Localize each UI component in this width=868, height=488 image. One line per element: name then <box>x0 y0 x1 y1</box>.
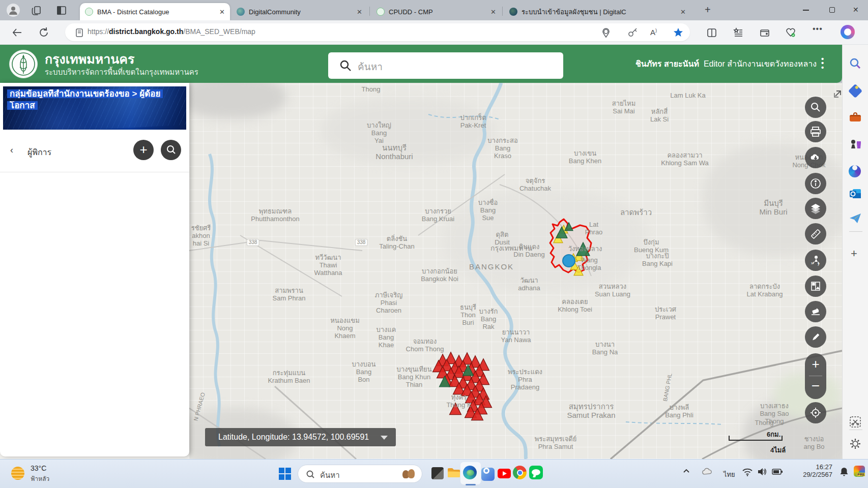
tab-close-icon[interactable]: ✕ <box>490 8 496 16</box>
tab-close-icon[interactable]: ✕ <box>219 8 225 16</box>
vertical-tabs-icon[interactable] <box>56 5 67 16</box>
back-button[interactable] <box>11 26 23 39</box>
sidebar-settings-icon[interactable] <box>849 437 862 450</box>
read-aloud-icon[interactable]: A) <box>650 28 657 37</box>
map-label: บางกรวยBang Kruai <box>422 208 454 223</box>
zoom-in-button[interactable]: + <box>805 356 826 372</box>
zoom-out-button[interactable]: − <box>805 378 826 394</box>
coordinates-tool-button[interactable]: xy <box>805 250 826 271</box>
sidebar-add-icon[interactable]: + <box>851 247 857 260</box>
tab-digital-community-import[interactable]: ระบบนำเข้าข้อมูลผังชุมชน | DigitalC ✕ <box>504 3 691 20</box>
tab-close-icon[interactable]: ✕ <box>680 8 686 16</box>
sidebar-snip-icon[interactable] <box>849 415 862 429</box>
collections-icon[interactable] <box>733 27 744 38</box>
tab-favicon <box>85 8 93 16</box>
weather-icon[interactable] <box>11 467 26 482</box>
refresh-button[interactable] <box>38 26 50 39</box>
tray-volume-icon[interactable] <box>757 466 768 477</box>
site-info-icon[interactable] <box>74 27 84 38</box>
back-chevron[interactable]: ‹ <box>10 145 13 156</box>
expand-map-icon[interactable] <box>832 89 842 99</box>
sidebar-outlook-icon[interactable] <box>849 187 862 200</box>
search-icon <box>339 59 352 72</box>
add-button[interactable]: + <box>133 140 154 160</box>
profile-avatar[interactable] <box>7 4 20 17</box>
locate-button[interactable] <box>805 402 826 423</box>
tray-language[interactable]: ไทย <box>724 469 735 480</box>
taskbar-explorer-icon[interactable] <box>446 466 461 481</box>
tray-clock[interactable]: 16:2729/2/2567 <box>792 463 832 478</box>
map-search-button[interactable] <box>805 97 826 118</box>
taskbar-line-icon[interactable] <box>529 466 544 481</box>
print-button[interactable] <box>805 121 826 142</box>
sidebar-tools-icon[interactable] <box>849 111 862 124</box>
taskbar-widgets-icon[interactable] <box>430 466 445 481</box>
measure-button[interactable] <box>805 223 826 245</box>
taskbar-app-icon[interactable] <box>480 466 496 481</box>
tab-cpudd-cmp[interactable]: CPUDD - CMP ✕ <box>371 3 501 20</box>
tab-digitalcommunity[interactable]: DigitalCommunity ✕ <box>232 3 367 20</box>
sidebar-send-icon[interactable] <box>849 211 862 225</box>
tray-battery-icon[interactable] <box>771 466 784 477</box>
tray-cloud-icon[interactable] <box>701 466 713 478</box>
taskbar-edge-icon[interactable] <box>463 466 478 481</box>
scale-km: 6กม. <box>767 429 780 440</box>
info-button[interactable] <box>805 173 826 194</box>
taskbar-chrome-icon[interactable] <box>513 466 528 481</box>
password-key-icon[interactable] <box>627 27 638 38</box>
map-label: จตุจักรChatuchak <box>519 177 551 193</box>
browser-essentials-icon[interactable] <box>785 27 796 38</box>
banner-text-1: กลุ่มข้อมูลที่สำนักงานเขตร้องขอ > ผู้ด้อ… <box>7 89 163 98</box>
minimize-button[interactable] <box>803 10 809 11</box>
layers-button[interactable] <box>805 198 826 219</box>
location-icon[interactable] <box>600 27 612 38</box>
tray-app-icon[interactable]: PRE <box>854 466 865 477</box>
tab-close-icon[interactable]: ✕ <box>357 8 362 16</box>
tab-favicon <box>509 8 517 16</box>
scale-mi: 4ไมล์ <box>770 445 786 455</box>
coordinates-display[interactable]: Latitude, Longitude: 13.94572, 100.69591 <box>205 428 396 446</box>
map-label: ตลิ่งชันTaling-Chan <box>379 235 414 251</box>
split-screen-icon[interactable] <box>706 27 717 38</box>
favorite-star-icon[interactable] <box>673 27 684 38</box>
draw-button[interactable] <box>805 326 826 348</box>
url-text[interactable]: https://district.bangkok.go.th/BMA_SED_W… <box>88 27 255 36</box>
weather-condition[interactable]: ฟ้าหลัว <box>31 474 49 483</box>
user-info[interactable]: ชินภัทร สายะนันท์ Editor สำนักงานเขตวังท… <box>532 57 817 70</box>
sidebar-shopping-icon[interactable] <box>849 84 862 97</box>
taskbar-search[interactable]: ค้นหา <box>298 465 422 483</box>
map-label: บางแคBangKhae <box>377 326 396 349</box>
panel-search-button[interactable] <box>161 140 181 160</box>
map-label: บางซื่อBangSue <box>478 199 498 222</box>
tray-wifi-icon[interactable] <box>742 466 753 477</box>
browser-tabstrip: BMA - District Catalogue ✕ DigitalCommun… <box>0 0 868 20</box>
erase-button[interactable] <box>805 301 826 322</box>
selected-point-marker[interactable] <box>563 255 575 267</box>
tray-notification-icon[interactable] <box>838 466 850 477</box>
coords-dropdown-icon[interactable] <box>381 436 388 440</box>
sidebar-games-icon[interactable] <box>849 137 862 150</box>
wallet-icon[interactable] <box>759 27 770 38</box>
map-label: Thong <box>755 419 774 427</box>
start-button[interactable] <box>279 468 291 480</box>
copilot-icon[interactable] <box>841 25 855 39</box>
map-label: บางเขนBang Khen <box>569 150 601 165</box>
sidebar-m365-icon[interactable] <box>849 162 862 175</box>
sidebar-search-icon[interactable] <box>849 57 862 70</box>
map-canvas[interactable]: ThongLam Luk Kaปากเกร็ดPak-KretสายไหมSai… <box>189 83 842 459</box>
export-button[interactable] <box>805 147 826 168</box>
taskbar-youtube-icon[interactable] <box>497 466 512 481</box>
more-menu-icon[interactable]: ••• <box>813 24 823 34</box>
maximize-button[interactable] <box>829 7 835 13</box>
new-tab-button[interactable]: + <box>705 4 711 16</box>
map-label: วังทองหลาง <box>568 246 602 253</box>
tab-bma-district-catalogue[interactable]: BMA - District Catalogue ✕ <box>80 3 230 20</box>
weather-temp[interactable]: 33°C <box>31 464 46 472</box>
map-label: สายไหมSai Mai <box>612 100 636 115</box>
tab-actions-icon[interactable] <box>31 5 42 16</box>
header-menu-dots[interactable]: ••• <box>821 57 824 70</box>
tray-chevron-icon[interactable] <box>683 468 690 475</box>
header-search[interactable]: ค้นหา <box>328 52 563 79</box>
basemap-button[interactable] <box>805 276 826 297</box>
close-window-button[interactable]: ✕ <box>853 6 859 14</box>
